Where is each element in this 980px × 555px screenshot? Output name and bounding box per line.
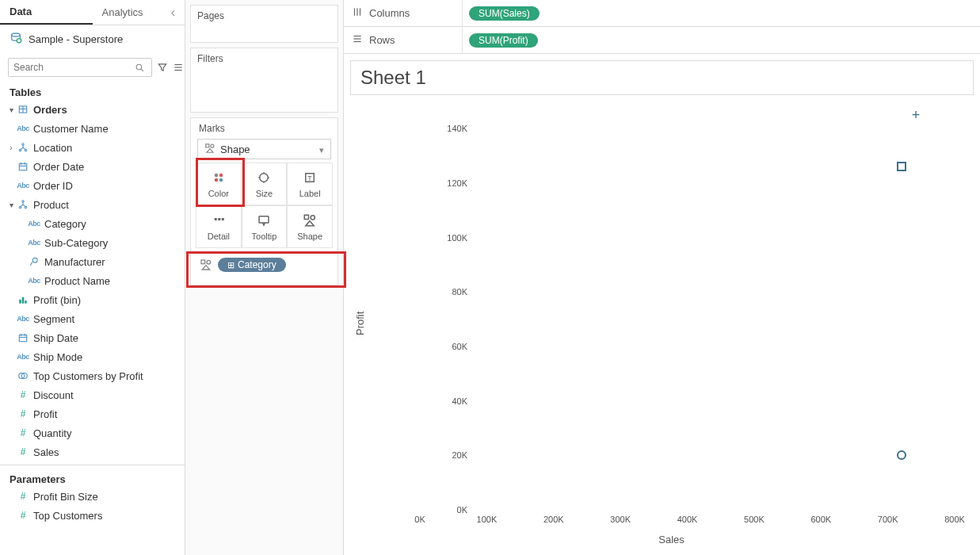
- number-icon: #: [16, 446, 30, 457]
- rows-icon: [352, 33, 363, 47]
- mark-type-select[interactable]: Shape: [197, 139, 331, 159]
- marks-drop-area[interactable]: ⊞Category: [196, 251, 333, 278]
- plot[interactable]: 0K20K40K60K80K100K120K140K0K100K200K300K…: [369, 98, 974, 513]
- pages-card[interactable]: Pages: [190, 5, 338, 43]
- svg-point-2: [136, 64, 142, 70]
- svg-rect-20: [20, 300, 21, 304]
- group-icon: [27, 256, 41, 267]
- shape-icon: [204, 143, 215, 156]
- datasource-name: Sample - Superstore: [29, 33, 123, 45]
- x-tick: 0K: [414, 515, 425, 524]
- date-icon: [16, 332, 30, 343]
- field-orders[interactable]: ▾Orders: [5, 100, 180, 119]
- chart-area[interactable]: Profit 0K20K40K60K80K100K120K140K0K100K2…: [350, 98, 974, 549]
- sheet-title[interactable]: Sheet 1: [350, 60, 974, 95]
- marks-detail[interactable]: Detail: [196, 205, 242, 248]
- field-product-name[interactable]: AbcProduct Name: [5, 271, 180, 290]
- table-icon: [16, 104, 30, 115]
- marks-label[interactable]: T Label: [287, 163, 333, 205]
- number-icon: #: [16, 427, 30, 438]
- rows-label: Rows: [369, 34, 395, 46]
- field-customer-name[interactable]: AbcCustomer Name: [5, 119, 180, 138]
- svg-rect-39: [215, 218, 217, 220]
- svg-point-10: [22, 144, 24, 145]
- tables-header: Tables: [0, 82, 185, 100]
- color-icon: [211, 170, 227, 186]
- marks-tooltip[interactable]: Tooltip: [242, 205, 288, 248]
- data-point[interactable]: +: [911, 110, 921, 120]
- svg-point-33: [219, 173, 223, 177]
- field-manufacturer[interactable]: Manufacturer: [5, 252, 180, 271]
- label-icon: T: [302, 170, 318, 186]
- marks-color[interactable]: Color: [196, 163, 242, 205]
- y-tick: 140K: [429, 124, 467, 133]
- tab-data[interactable]: Data: [0, 0, 93, 25]
- search-input[interactable]: [8, 58, 152, 77]
- fields-tree: ▾Orders AbcCustomer Name ›Location Order…: [0, 100, 185, 465]
- param-top-customers[interactable]: #Top Customers: [5, 506, 180, 525]
- chevron-down-icon: [319, 144, 324, 155]
- view-list-icon[interactable]: [173, 60, 184, 75]
- x-tick: 300K: [610, 515, 631, 524]
- svg-marker-48: [202, 266, 209, 270]
- field-segment[interactable]: AbcSegment: [5, 309, 180, 328]
- search-icon[interactable]: [132, 60, 147, 75]
- param-profit-bin-size[interactable]: #Profit Bin Size: [5, 487, 180, 506]
- hierarchy-icon: [16, 199, 30, 210]
- field-product[interactable]: ▾Product: [5, 195, 180, 214]
- string-icon: Abc: [27, 239, 41, 247]
- svg-point-17: [22, 201, 24, 202]
- filter-icon[interactable]: [157, 60, 168, 75]
- y-axis-title: Profit: [350, 98, 369, 549]
- string-icon: Abc: [27, 277, 41, 285]
- datasource-row[interactable]: Sample - Superstore: [0, 25, 185, 53]
- pill-sum-sales[interactable]: SUM(Sales): [469, 6, 540, 21]
- pill-category[interactable]: ⊞Category: [218, 258, 286, 272]
- x-tick: 200K: [543, 515, 564, 524]
- field-ship-date[interactable]: Ship Date: [5, 328, 180, 347]
- x-tick: 700K: [878, 515, 898, 524]
- field-quantity[interactable]: #Quantity: [5, 423, 180, 442]
- bin-icon: [16, 295, 30, 304]
- svg-rect-40: [218, 218, 220, 220]
- tab-analytics[interactable]: Analytics: [93, 0, 185, 25]
- pill-sum-profit[interactable]: SUM(Profit): [469, 33, 538, 48]
- svg-text:T: T: [307, 174, 312, 182]
- y-tick: 100K: [429, 233, 467, 243]
- field-ship-mode[interactable]: AbcShip Mode: [5, 347, 180, 366]
- svg-point-35: [219, 178, 223, 182]
- filters-card[interactable]: Filters: [190, 48, 338, 113]
- svg-rect-43: [304, 215, 308, 219]
- data-point[interactable]: [897, 162, 906, 171]
- y-tick: 120K: [429, 178, 467, 188]
- field-category[interactable]: AbcCategory: [5, 214, 180, 233]
- svg-point-11: [19, 149, 21, 151]
- svg-rect-41: [222, 218, 224, 220]
- cards-pane: Pages Filters Marks Shape Color: [185, 0, 344, 555]
- columns-shelf[interactable]: Columns SUM(Sales): [344, 0, 980, 27]
- svg-rect-42: [259, 216, 269, 222]
- svg-point-0: [12, 33, 21, 36]
- field-discount[interactable]: #Discount: [5, 385, 180, 404]
- field-sales[interactable]: #Sales: [5, 442, 180, 461]
- svg-rect-13: [19, 164, 26, 170]
- y-tick: 40K: [429, 396, 467, 406]
- svg-marker-45: [306, 220, 315, 225]
- field-sub-category[interactable]: AbcSub-Category: [5, 233, 180, 252]
- marks-size[interactable]: Size: [242, 163, 288, 205]
- field-profit[interactable]: #Profit: [5, 404, 180, 423]
- data-point[interactable]: [897, 450, 906, 460]
- collapse-pane-icon[interactable]: [171, 6, 175, 20]
- x-tick: 600K: [810, 515, 831, 524]
- svg-point-44: [311, 215, 315, 219]
- field-profit-bin[interactable]: Profit (bin): [5, 290, 180, 309]
- field-order-id[interactable]: AbcOrder ID: [5, 176, 180, 195]
- rows-shelf[interactable]: Rows SUM(Profit): [344, 27, 980, 54]
- marks-shape[interactable]: Shape: [287, 205, 333, 248]
- size-icon: [256, 170, 272, 186]
- field-order-date[interactable]: Order Date: [5, 157, 180, 176]
- field-top-customers[interactable]: Top Customers by Profit: [5, 366, 180, 385]
- datasource-icon: [10, 32, 22, 47]
- set-icon: [16, 370, 30, 381]
- field-location[interactable]: ›Location: [5, 138, 180, 157]
